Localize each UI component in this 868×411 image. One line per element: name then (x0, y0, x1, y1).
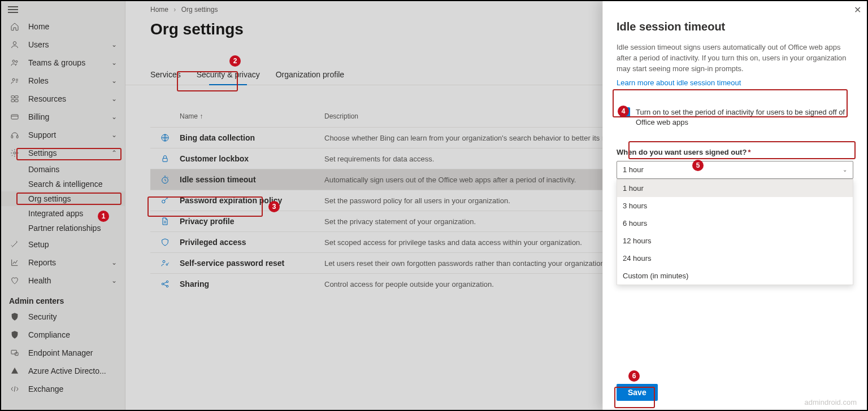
document-icon (150, 217, 180, 226)
lock-icon (150, 154, 180, 163)
admin-center-endpoint[interactable]: Endpoint Manager (1, 344, 125, 362)
timeout-dropdown: 1 hour 3 hours 6 hours 12 hours 24 hours… (617, 179, 853, 285)
nav-label: Org settings (28, 194, 71, 203)
dropdown-option[interactable]: 3 hours (617, 197, 853, 215)
nav-label: Health (28, 276, 111, 285)
sidebar-item-setup[interactable]: Setup (1, 235, 125, 253)
nav-label: Compliance (28, 330, 117, 339)
save-button[interactable]: Save (617, 384, 658, 401)
row-name: Privacy profile (180, 217, 324, 226)
tab-security-privacy[interactable]: Security & privacy (197, 64, 260, 85)
chart-icon (9, 257, 20, 268)
tab-org-profile[interactable]: Organization profile (276, 64, 344, 85)
watermark: admindroid.com (805, 398, 857, 406)
checkbox-checked-icon[interactable]: ✓ (620, 107, 630, 117)
gear-icon (9, 147, 20, 159)
sidebar-item-billing[interactable]: Billing ⌄ (1, 108, 125, 126)
row-desc: Automatically sign users out of the Offi… (324, 176, 576, 184)
nav-label: Exchange (28, 384, 117, 393)
sidebar-item-support[interactable]: Support ⌄ (1, 126, 125, 144)
th-description[interactable]: Description (324, 112, 358, 120)
th-name[interactable]: Name ↑ (180, 112, 324, 120)
chevron-down-icon: ⌄ (111, 131, 117, 139)
hamburger-menu[interactable] (1, 1, 125, 18)
chevron-down-icon: ⌄ (111, 277, 117, 285)
tab-services[interactable]: Services (150, 64, 181, 85)
admin-center-exchange[interactable]: Exchange (1, 380, 125, 398)
row-name: Privileged access (180, 238, 324, 247)
user-icon (9, 39, 20, 50)
nav-label: Reports (28, 258, 111, 267)
sidebar-item-reports[interactable]: Reports ⌄ (1, 253, 125, 272)
svg-rect-8 (11, 115, 18, 119)
home-icon (9, 21, 20, 32)
support-icon (9, 129, 20, 141)
admin-center-aad[interactable]: Azure Active Directo... (1, 362, 125, 380)
billing-icon (9, 111, 20, 123)
breadcrumb-home[interactable]: Home (150, 6, 168, 14)
sort-icon: ↑ (199, 112, 203, 120)
admin-center-compliance[interactable]: Compliance (1, 326, 125, 344)
sidebar-sub-orgsettings[interactable]: Org settings (1, 191, 125, 206)
admin-centers-header: Admin centers (1, 290, 125, 308)
svg-rect-10 (16, 135, 18, 138)
sidebar-sub-partner[interactable]: Partner relationships (1, 221, 125, 235)
sidebar-item-users[interactable]: Users ⌄ (1, 36, 125, 54)
row-name: Self-service password reset (180, 259, 324, 268)
chevron-down-icon: ⌄ (111, 95, 117, 103)
enable-toggle-row[interactable]: ✓ Turn on to set the period of inactivit… (617, 103, 853, 132)
dropdown-option[interactable]: 6 hours (617, 215, 853, 232)
roles-icon (9, 75, 20, 86)
svg-point-20 (162, 283, 163, 285)
timer-icon (150, 175, 180, 184)
chevron-down-icon: ⌄ (111, 41, 117, 49)
dropdown-option[interactable]: 12 hours (617, 232, 853, 250)
row-name: Password expiration policy (180, 196, 324, 205)
share-icon (150, 279, 180, 288)
compliance-icon (9, 329, 20, 340)
sidebar-item-roles[interactable]: Roles ⌄ (1, 72, 125, 90)
sidebar-item-teams[interactable]: Teams & groups ⌄ (1, 54, 125, 72)
admin-center-security[interactable]: Security (1, 308, 125, 326)
sidebar-sub-integrated[interactable]: Integrated apps (1, 206, 125, 221)
dropdown-option[interactable]: Custom (in minutes) (617, 267, 853, 285)
nav-label: Support (28, 130, 111, 139)
nav-label: Search & intelligence (28, 180, 103, 189)
sidebar-item-health[interactable]: Health ⌄ (1, 272, 125, 290)
resources-icon (9, 93, 20, 104)
dropdown-option[interactable]: 24 hours (617, 250, 853, 267)
timeout-select[interactable]: 1 hour ⌄ (617, 161, 853, 179)
close-icon[interactable]: ✕ (854, 5, 861, 15)
sidebar-sub-search[interactable]: Search & intelligence (1, 177, 125, 191)
chevron-down-icon: ⌄ (843, 167, 847, 173)
key-icon (150, 196, 180, 205)
breadcrumb-current: Org settings (181, 6, 218, 14)
sidebar-item-resources[interactable]: Resources ⌄ (1, 90, 125, 108)
learn-more-link[interactable]: Learn more about idle session timeout (617, 78, 741, 87)
side-panel: ✕ Idle session timeout Idle session time… (602, 1, 867, 410)
svg-point-11 (14, 152, 16, 154)
breadcrumb-separator: › (173, 6, 176, 14)
svg-point-1 (12, 60, 15, 62)
dropdown-option[interactable]: 1 hour (617, 180, 853, 197)
nav-label: Roles (28, 76, 111, 85)
panel-body: Idle session timeout Idle session timeou… (603, 1, 867, 375)
svg-rect-7 (15, 99, 18, 102)
svg-point-17 (162, 200, 165, 203)
nav-label: Domains (28, 165, 59, 174)
svg-point-0 (13, 42, 16, 45)
sidebar-item-settings[interactable]: Settings ⌃ (1, 144, 125, 162)
azure-icon (9, 365, 20, 377)
sidebar-sub-domains[interactable]: Domains (1, 162, 125, 177)
timeout-field-label: When do you want users signed out?* (617, 148, 853, 156)
svg-rect-9 (11, 135, 13, 138)
chevron-up-icon: ⌃ (111, 149, 117, 157)
sidebar: Home Users ⌄ Teams & groups ⌄ Roles ⌄ Re… (1, 1, 125, 410)
svg-point-18 (163, 260, 165, 263)
nav-label: Home (28, 22, 117, 31)
row-name: Customer lockbox (180, 154, 324, 163)
chevron-down-icon: ⌄ (111, 113, 117, 121)
sidebar-item-home[interactable]: Home (1, 18, 125, 36)
svg-rect-6 (11, 99, 14, 102)
row-desc: Set requirements for data access. (324, 155, 434, 163)
